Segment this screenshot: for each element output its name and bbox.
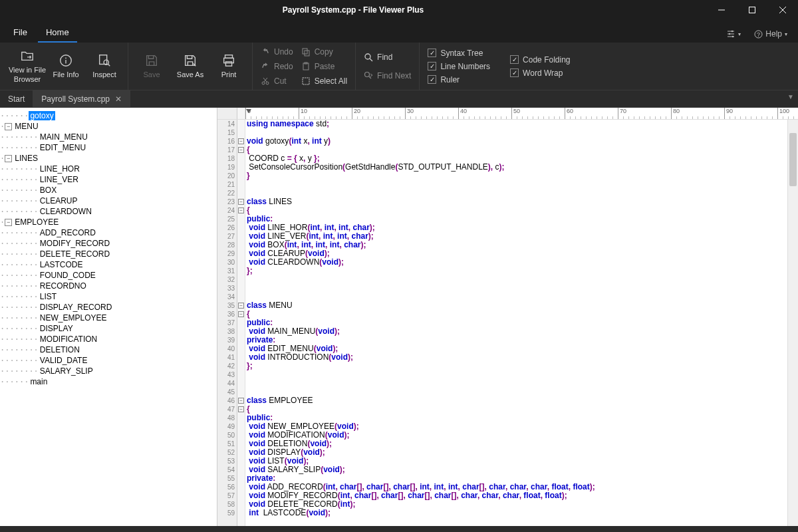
fold-toggle-icon[interactable]: −	[238, 303, 244, 309]
tree-item[interactable]: ········LIST	[0, 291, 217, 302]
tree-item[interactable]: ········DISPLAY	[0, 323, 217, 334]
scrollbar-thumb[interactable]	[789, 133, 797, 186]
main: ······gotoxy·−MENU········MAIN_MENU·····…	[0, 108, 798, 526]
find-next-button[interactable]: Find Next	[360, 69, 415, 82]
print-icon	[221, 53, 236, 68]
tree-label: CLEARDOWN	[39, 207, 93, 216]
code-content[interactable]: using namespace std;void gotoxy(int x, i…	[245, 120, 798, 526]
tree-item[interactable]: ·−LINES	[0, 153, 217, 164]
svg-line-17	[108, 64, 110, 66]
tree-item[interactable]: ········DELETE_RECORD	[0, 249, 217, 259]
print-button[interactable]: Print	[209, 53, 248, 79]
fold-toggle-icon[interactable]: −	[238, 406, 244, 412]
find-button[interactable]: Find	[360, 51, 415, 64]
fold-toggle-icon[interactable]: −	[238, 138, 244, 144]
cut-icon	[261, 76, 270, 86]
ruler-checkbox[interactable]: Ruler	[424, 74, 494, 86]
copy-button[interactable]: Copy	[297, 45, 351, 59]
tree-item[interactable]: ········BOX	[0, 185, 217, 196]
paste-icon	[301, 62, 311, 71]
print-label: Print	[221, 70, 237, 79]
cut-button[interactable]: Cut	[257, 74, 297, 88]
svg-point-9	[732, 36, 733, 37]
tree-item[interactable]: ······gotoxy	[0, 110, 217, 121]
fold-toggle-icon[interactable]: −	[238, 398, 244, 404]
settings-icon[interactable]: ▾	[721, 25, 746, 43]
close-button[interactable]	[767, 0, 798, 20]
tree-item[interactable]: ········MODIFY_RECORD	[0, 238, 217, 249]
tree-item[interactable]: ·−EMPLOYEE	[0, 217, 217, 227]
tabstrip-chevron-icon[interactable]: ▼	[787, 93, 794, 100]
maximize-button[interactable]	[737, 0, 767, 20]
syntax-tree-checkbox[interactable]: Syntax Tree	[424, 47, 494, 59]
tab-active[interactable]: Payroll System.cpp✕	[33, 90, 130, 107]
copy-icon	[301, 47, 311, 57]
tree-item[interactable]: ········CLEARDOWN	[0, 206, 217, 217]
undo-icon	[261, 47, 270, 57]
inspect-label: Inspect	[92, 70, 116, 79]
code-folding-checkbox[interactable]: Code Folding	[506, 54, 574, 66]
view-in-browser-button[interactable]: View in File Browser	[8, 49, 47, 83]
tree-item[interactable]: ········ADD_RECORD	[0, 227, 217, 238]
titlebar: Payroll System.cpp - File Viewer Plus	[0, 0, 798, 20]
tree-item[interactable]: ········CLEARUP	[0, 196, 217, 206]
tree-label: gotoxy	[29, 111, 55, 120]
help-menu[interactable]: ?Help▾	[749, 25, 793, 43]
fold-toggle-icon[interactable]: −	[238, 207, 244, 213]
paste-button[interactable]: Paste	[297, 60, 351, 73]
svg-rect-20	[225, 62, 231, 66]
menu-home[interactable]: Home	[38, 23, 77, 43]
save-icon	[144, 53, 159, 68]
tab-start[interactable]: Start	[0, 90, 33, 107]
vertical-scrollbar[interactable]	[787, 120, 798, 526]
code-area[interactable]: 1415161718192021222324252627282930313233…	[217, 120, 798, 526]
tree-expander-icon[interactable]: −	[5, 123, 12, 130]
svg-text:?: ?	[757, 31, 760, 38]
undo-button[interactable]: Undo	[257, 45, 297, 59]
svg-rect-1	[749, 7, 755, 13]
tree-item[interactable]: ········FOUND_CODE	[0, 270, 217, 281]
tree-item[interactable]: ········VALID_DATE	[0, 355, 217, 366]
tree-item[interactable]: ········MAIN_MENU	[0, 132, 217, 142]
tree-item[interactable]: ········MODIFICATION	[0, 334, 217, 344]
file-info-button[interactable]: File Info	[47, 53, 85, 79]
tree-item[interactable]: ········LINE_HOR	[0, 164, 217, 174]
tab-close-icon[interactable]: ✕	[115, 94, 122, 104]
tree-item[interactable]: ········LASTCODE	[0, 259, 217, 270]
tree-item[interactable]: ········RECORDNO	[0, 281, 217, 291]
tree-item[interactable]: ········LINE_VER	[0, 174, 217, 185]
ruler: 0102030405060708090100	[245, 108, 798, 119]
ribbon: View in File Browser File Info Inspect S…	[0, 43, 798, 90]
menu-file[interactable]: File	[5, 23, 35, 43]
tree-item[interactable]: ······main	[0, 376, 217, 387]
outline-tree[interactable]: ······gotoxy·−MENU········MAIN_MENU·····…	[0, 108, 217, 526]
select-all-button[interactable]: Select All	[297, 74, 351, 88]
editor: 0102030405060708090100 14151617181920212…	[217, 108, 798, 526]
save-as-button[interactable]: Save As	[171, 53, 209, 79]
tree-label: DISPLAY	[39, 324, 74, 333]
fold-toggle-icon[interactable]: −	[238, 199, 244, 205]
info-icon	[59, 53, 73, 68]
tree-label: RECORDNO	[39, 281, 88, 291]
fold-toggle-icon[interactable]: −	[238, 311, 244, 317]
tree-item[interactable]: ········SALARY_SLIP	[0, 366, 217, 376]
svg-point-32	[365, 72, 370, 76]
fold-toggle-icon[interactable]: −	[238, 147, 244, 153]
minimize-button[interactable]	[706, 0, 737, 20]
tree-item[interactable]: ·−MENU	[0, 121, 217, 132]
tree-label: LASTCODE	[39, 260, 84, 269]
tree-item[interactable]: ········DISPLAY_RECORD	[0, 302, 217, 313]
word-wrap-checkbox[interactable]: Word Wrap	[506, 67, 574, 79]
tree-item[interactable]: ········DELETION	[0, 344, 217, 355]
tree-expander-icon[interactable]: −	[5, 219, 12, 226]
inspect-button[interactable]: Inspect	[85, 53, 124, 79]
save-button: Save	[132, 53, 171, 79]
svg-point-7	[732, 31, 733, 32]
tree-item[interactable]: ········EDIT_MENU	[0, 142, 217, 153]
tree-item[interactable]: ········NEW_EMPLOYEE	[0, 313, 217, 323]
line-numbers-checkbox[interactable]: Line Numbers	[424, 61, 494, 72]
svg-point-21	[262, 82, 265, 84]
tree-expander-icon[interactable]: −	[5, 155, 12, 162]
redo-button[interactable]: Redo	[257, 60, 297, 73]
svg-point-8	[729, 33, 730, 35]
